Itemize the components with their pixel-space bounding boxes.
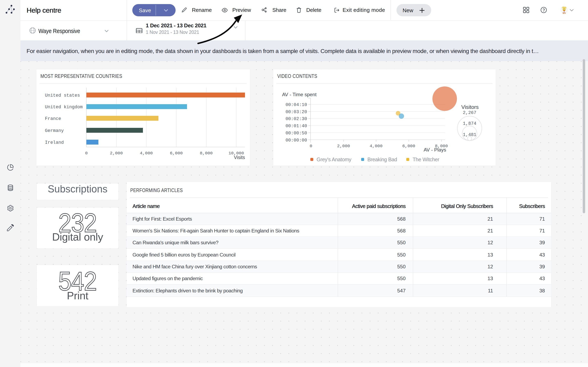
- svg-text:Visits: Visits: [234, 155, 245, 160]
- svg-text:00:00:00: 00:00:00: [285, 138, 307, 143]
- svg-text:Germany: Germany: [45, 128, 64, 133]
- svg-text:00:02:30: 00:02:30: [285, 117, 307, 122]
- svg-text:Ireland: Ireland: [45, 140, 64, 145]
- svg-text:00:03:20: 00:03:20: [285, 109, 307, 115]
- svg-text:United states: United states: [45, 93, 80, 98]
- svg-text:2,000: 2,000: [337, 144, 350, 149]
- svg-text:00:04:10: 00:04:10: [285, 102, 307, 108]
- svg-text:00:01:40: 00:01:40: [285, 124, 307, 129]
- svg-text:00:00:50: 00:00:50: [285, 131, 307, 136]
- svg-text:Visitors: Visitors: [461, 104, 479, 110]
- svg-text:AV - Time spent: AV - Time spent: [282, 92, 316, 97]
- svg-text:0: 0: [85, 151, 88, 156]
- svg-text:United kingdom: United kingdom: [45, 105, 83, 110]
- svg-text:The Witcher: The Witcher: [413, 157, 439, 162]
- svg-text:AV - Plays: AV - Plays: [424, 147, 446, 152]
- svg-text:6,000: 6,000: [402, 144, 415, 149]
- svg-text:4,000: 4,000: [370, 144, 382, 149]
- svg-text:Breaking Bad: Breaking Bad: [367, 157, 397, 162]
- svg-text:1,874: 1,874: [463, 121, 476, 126]
- svg-text:1,481: 1,481: [463, 132, 476, 137]
- svg-text:2,267: 2,267: [463, 110, 476, 115]
- svg-text:0: 0: [310, 144, 312, 149]
- svg-text:4,000: 4,000: [140, 151, 153, 156]
- svg-text:6,000: 6,000: [170, 151, 183, 156]
- svg-text:2,000: 2,000: [110, 151, 123, 156]
- svg-text:Grey's Anatomy: Grey's Anatomy: [317, 157, 352, 162]
- svg-text:8,000: 8,000: [200, 151, 213, 156]
- svg-text:France: France: [45, 116, 61, 121]
